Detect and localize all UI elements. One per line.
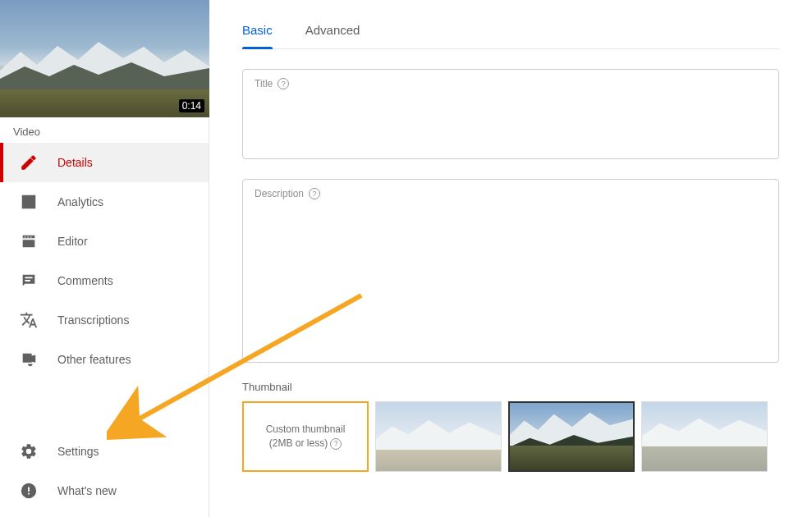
whats-new-icon	[20, 482, 38, 500]
pencil-icon	[20, 153, 38, 172]
main-content: Basic Advanced Title ? Description ? Thu…	[209, 0, 812, 517]
editor-icon	[20, 232, 38, 250]
sidebar-item-label: Settings	[57, 445, 99, 458]
thumbnail-section-label: Thumbnail	[242, 381, 779, 393]
title-field[interactable]: Title ?	[242, 69, 779, 159]
sidebar-item-label: Analytics	[57, 195, 103, 208]
thumbnail-option-1[interactable]	[375, 401, 502, 472]
translate-icon	[20, 311, 38, 329]
sidebar-item-transcriptions[interactable]: Transcriptions	[0, 300, 209, 340]
sidebar-item-label: What's new	[57, 484, 117, 497]
thumbnail-option-3[interactable]	[641, 401, 768, 472]
description-field-head: Description ?	[255, 188, 767, 199]
help-icon[interactable]: ?	[309, 188, 320, 199]
title-field-head: Title ?	[255, 78, 767, 89]
tab-basic[interactable]: Basic	[242, 23, 273, 48]
sidebar-nav: Details Analytics Editor Comments	[0, 143, 209, 432]
duration-badge: 0:14	[179, 99, 204, 112]
sidebar-item-whats-new[interactable]: What's new	[0, 471, 209, 510]
thumbnail-row: Custom thumbnail (2MB or less)?	[242, 401, 779, 472]
custom-thumbnail-line2: (2MB or less)?	[269, 437, 342, 450]
tabs: Basic Advanced	[242, 0, 779, 49]
description-field[interactable]: Description ?	[242, 179, 779, 363]
sidebar-item-details[interactable]: Details	[0, 143, 209, 182]
custom-thumbnail-line1: Custom thumbnail	[266, 423, 346, 435]
help-icon[interactable]: ?	[278, 78, 289, 89]
preview-ground	[0, 89, 209, 117]
thumbnail-option-2[interactable]	[508, 401, 635, 472]
sidebar-item-label: Other features	[57, 353, 131, 366]
gear-icon	[20, 442, 38, 460]
sidebar-item-label: Details	[57, 156, 93, 169]
features-icon	[20, 350, 38, 368]
sidebar-item-label: Editor	[57, 235, 88, 248]
tab-advanced[interactable]: Advanced	[305, 23, 360, 48]
analytics-icon	[20, 193, 38, 211]
sidebar-item-label: Transcriptions	[57, 313, 129, 327]
sidebar-item-analytics[interactable]: Analytics	[0, 182, 209, 222]
title-label: Title	[255, 78, 273, 89]
sidebar-item-comments[interactable]: Comments	[0, 261, 209, 300]
sidebar-item-label: Comments	[57, 274, 113, 287]
help-icon[interactable]: ?	[330, 438, 342, 450]
sidebar-item-settings[interactable]: Settings	[0, 432, 209, 471]
custom-thumbnail-option[interactable]: Custom thumbnail (2MB or less)?	[242, 401, 369, 472]
sidebar-item-other-features[interactable]: Other features	[0, 340, 209, 379]
comments-icon	[20, 272, 38, 290]
sidebar-bottom-nav: Settings What's new	[0, 432, 209, 517]
description-label: Description	[255, 188, 304, 199]
sidebar-item-editor[interactable]: Editor	[0, 222, 209, 261]
video-preview[interactable]: 0:14	[0, 0, 209, 117]
sidebar-section-label: Video	[0, 117, 209, 143]
sidebar: 0:14 Video Details Analytics Editor	[0, 0, 209, 517]
